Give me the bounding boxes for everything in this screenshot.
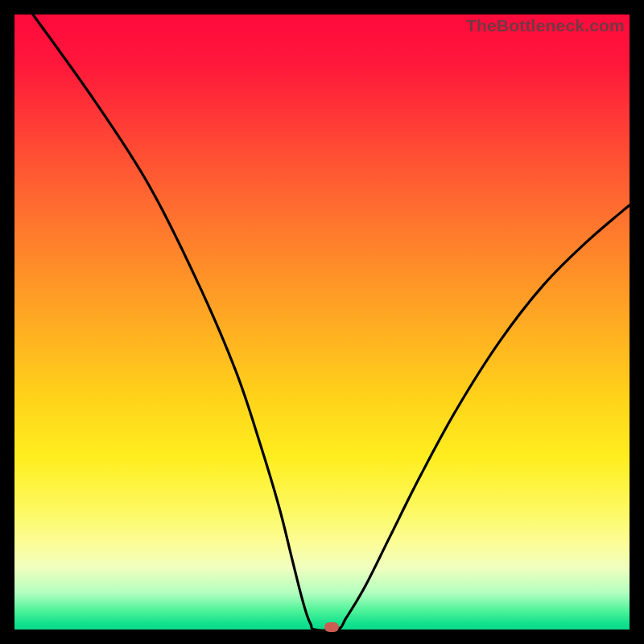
chart-frame: TheBottleneck.com <box>0 0 644 644</box>
plot-area: TheBottleneck.com <box>14 14 630 630</box>
bottleneck-curve <box>33 14 630 631</box>
optimum-marker <box>324 622 339 632</box>
curve-svg <box>14 14 630 630</box>
